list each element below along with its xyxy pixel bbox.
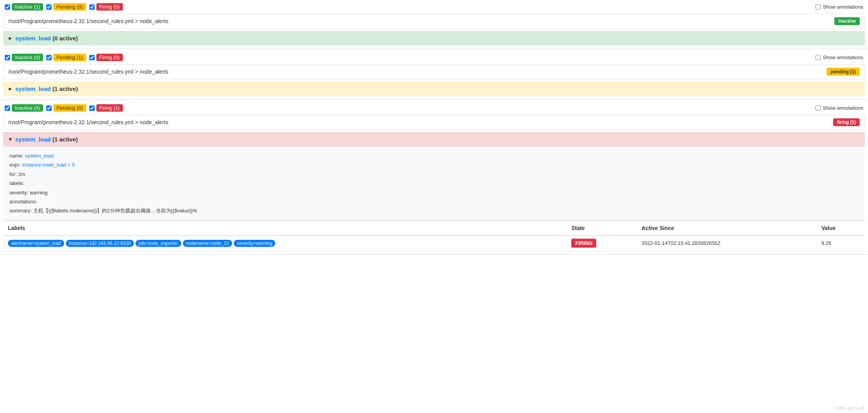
rule-name-3: system_load (1 active) (15, 136, 78, 143)
alerts-table-3: Labels State Active Since Value alertnam… (3, 220, 865, 251)
firing-filter-3[interactable]: Firing (1) (89, 104, 123, 112)
annotations-checkbox-3[interactable] (816, 105, 821, 110)
chevron-down-icon-3: ▼ (8, 136, 13, 142)
firing-checkbox-2[interactable] (89, 55, 95, 60)
rule-detail-3: name: system_load expr: instance:node_lo… (3, 147, 865, 220)
annotations-checkbox-2[interactable] (816, 55, 821, 60)
rule-header-3[interactable]: ▼ system_load (1 active) (3, 132, 865, 147)
name-val: system_load (25, 153, 54, 159)
pending-checkbox-1[interactable] (46, 4, 52, 10)
summary-val: 主机【{{$labels.nodename}}】的2分钟负载超出阈值，当前为{{… (33, 208, 197, 214)
col-state: State (567, 221, 637, 235)
path-row-1: /root/Program/prometheus-2.32.1/second_r… (3, 14, 865, 29)
col-active-since: Active Since (637, 221, 817, 235)
cell-state: FIRING (567, 235, 637, 251)
firing-filter-1[interactable]: Firing (0) (89, 3, 123, 11)
pending-checkbox-3[interactable] (46, 105, 52, 111)
pending-badge-3: Pending (0) (53, 104, 86, 112)
for-val: 2m (18, 171, 25, 177)
label-tag: job=node_exporter (135, 240, 181, 247)
cell-labels: alertname=system_loadinstance=192.166.66… (3, 235, 567, 251)
firing-state-badge: FIRING (571, 239, 596, 248)
cell-active-since: 2022-01-14T02:15:41.283582655Z (637, 235, 817, 251)
summary-key: summary: (9, 208, 32, 214)
pending-badge-2: Pending (1) (53, 54, 86, 61)
inactive-checkbox-1[interactable] (5, 4, 10, 10)
pending-checkbox-2[interactable] (46, 55, 52, 60)
table-header-row: Labels State Active Since Value (3, 221, 865, 235)
chevron-right-icon-2: ► (8, 86, 13, 92)
section-1: Inactive (1) Pending (0) Firing (0) Show… (0, 0, 868, 49)
col-labels: Labels (3, 221, 567, 235)
expr-val: instance:node_load > 5 (22, 162, 75, 168)
inactive-badge-1: Inactive (1) (12, 3, 43, 11)
severity-val: warning (30, 190, 48, 196)
inactive-checkbox-3[interactable] (5, 105, 10, 111)
firing-checkbox-1[interactable] (89, 4, 95, 10)
pending-filter-2[interactable]: Pending (1) (46, 54, 86, 61)
annotations-key: annotations: (9, 199, 37, 205)
cell-value: 9.26 (817, 235, 865, 251)
annotations-checkbox-1[interactable] (816, 4, 821, 9)
pending-badge-1: Pending (0) (53, 3, 86, 11)
section-2: Inactive (0) Pending (1) Firing (0) Show… (0, 51, 868, 100)
table-row: alertname=system_loadinstance=192.166.66… (3, 235, 865, 251)
firing-filter-2[interactable]: Firing (0) (89, 54, 123, 61)
show-annotations-3[interactable]: Show annotations (816, 105, 863, 111)
path-text-1: /root/Program/prometheus-2.32.1/second_r… (8, 18, 168, 24)
pending-filter-3[interactable]: Pending (0) (46, 104, 86, 112)
state-badge-2: pending (1) (826, 68, 860, 76)
chevron-right-icon-1: ► (8, 35, 13, 41)
rule-header-2[interactable]: ► system_load (1 active) (3, 82, 865, 96)
rule-name-2: system_load (1 active) (15, 85, 78, 92)
section-3: Inactive (0) Pending (0) Firing (1) Show… (0, 101, 868, 255)
inactive-checkbox-2[interactable] (5, 55, 10, 60)
firing-badge-3: Firing (1) (96, 104, 123, 112)
firing-badge-1: Firing (0) (96, 3, 123, 11)
rule-header-1[interactable]: ► system_load (0 active) (3, 31, 865, 45)
label-tag: nodename=node_22 (183, 240, 232, 247)
severity-key: severity: (9, 190, 28, 196)
filter-bar-3: Inactive (0) Pending (0) Firing (1) Show… (0, 101, 868, 115)
inactive-filter-3[interactable]: Inactive (0) (5, 104, 43, 112)
name-key: name: (9, 153, 23, 159)
firing-checkbox-3[interactable] (89, 105, 95, 111)
label-tag: severity=warning (234, 240, 275, 247)
show-annotations-1[interactable]: Show annotations (816, 4, 863, 10)
path-row-3: /root/Program/prometheus-2.32.1/second_r… (3, 115, 865, 130)
inactive-filter-2[interactable]: Inactive (0) (5, 54, 43, 61)
inactive-badge-3: Inactive (0) (12, 104, 43, 112)
state-badge-3: firing (1) (833, 118, 860, 126)
label-tag: instance=192.166.66.22:9100 (66, 240, 134, 247)
state-badge-1: inactive (834, 17, 860, 25)
label-tag: alertname=system_load (8, 240, 64, 247)
filter-left-3: Inactive (0) Pending (0) Firing (1) (5, 104, 123, 112)
path-text-2: /root/Program/prometheus-2.32.1/second_r… (8, 69, 168, 75)
filter-left-2: Inactive (0) Pending (1) Firing (0) (5, 54, 123, 61)
rule-name-1: system_load (0 active) (15, 35, 78, 42)
expr-key: expr: (9, 162, 21, 168)
for-key: for: (9, 171, 17, 177)
path-text-3: /root/Program/prometheus-2.32.1/second_r… (8, 119, 168, 125)
labels-key: labels: (9, 180, 24, 186)
show-annotations-2[interactable]: Show annotations (816, 54, 863, 60)
filter-left-1: Inactive (1) Pending (0) Firing (0) (5, 3, 123, 11)
pending-filter-1[interactable]: Pending (0) (46, 3, 86, 11)
col-value: Value (817, 221, 865, 235)
inactive-filter-1[interactable]: Inactive (1) (5, 3, 43, 11)
inactive-badge-2: Inactive (0) (12, 54, 43, 61)
path-row-2: /root/Program/prometheus-2.32.1/second_r… (3, 64, 865, 79)
firing-badge-2: Firing (0) (96, 54, 123, 61)
filter-bar-1: Inactive (1) Pending (0) Firing (0) Show… (0, 0, 868, 14)
filter-bar-2: Inactive (0) Pending (1) Firing (0) Show… (0, 51, 868, 64)
